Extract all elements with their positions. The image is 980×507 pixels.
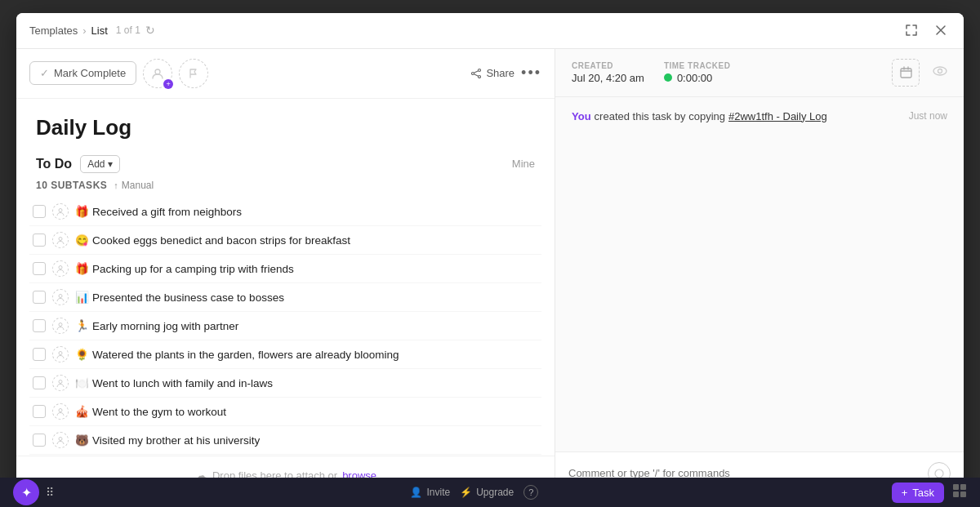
subtask-avatar: [52, 318, 69, 334]
mine-filter[interactable]: Mine: [512, 158, 535, 170]
subtask-checkbox[interactable]: [33, 205, 46, 218]
subtask-item: 🎁Packing up for a camping trip with frie…: [29, 255, 541, 283]
activity-link[interactable]: #2ww1tfh - Daily Log: [728, 110, 827, 122]
svg-rect-19: [953, 491, 959, 497]
refresh-icon[interactable]: ↻: [145, 24, 155, 37]
new-task-button[interactable]: + Task: [892, 483, 944, 503]
subtask-text[interactable]: 🎪Went to the gym to workout: [75, 405, 226, 418]
close-button[interactable]: [931, 20, 951, 40]
svg-point-2: [472, 72, 474, 74]
subtask-avatar: [52, 432, 69, 448]
sort-label: Manual: [122, 180, 154, 191]
svg-rect-18: [960, 484, 966, 490]
help-button[interactable]: ?: [523, 485, 538, 500]
task-title-area: Daily Log: [16, 99, 555, 149]
upgrade-bolt-icon: ⚡: [460, 487, 472, 498]
time-tracked-meta: TIME TRACKED 0:00:00: [664, 61, 731, 84]
subtask-checkbox[interactable]: [33, 348, 46, 361]
subtask-avatar: [52, 232, 69, 248]
grid-icon: [952, 483, 967, 498]
svg-point-11: [59, 408, 62, 411]
subtask-checkbox[interactable]: [33, 319, 46, 332]
calendar-button[interactable]: [892, 59, 920, 87]
plus-badge: +: [163, 79, 173, 89]
activity-time: Just now: [909, 110, 947, 122]
subtask-checkbox[interactable]: [33, 262, 46, 275]
expand-button[interactable]: [902, 20, 921, 40]
svg-point-10: [59, 380, 62, 383]
top-bar: Templates › List 1 of 1 ↻: [16, 13, 964, 49]
left-panel: ✓ Mark Complete +: [16, 49, 555, 495]
subtask-text[interactable]: 😋Cooked eggs benedict and bacon strips f…: [75, 233, 350, 247]
subtask-text[interactable]: 🏃Early morning jog with partner: [75, 319, 238, 332]
subtask-text[interactable]: 🍽️Went to lunch with family and in-laws: [75, 376, 273, 389]
subtask-checkbox[interactable]: [33, 376, 46, 389]
calendar-icon: [900, 66, 912, 78]
svg-point-12: [59, 437, 62, 440]
grid-handle-icon[interactable]: ⠿: [46, 486, 54, 499]
top-bar-actions: [902, 20, 951, 40]
subtask-avatar: [52, 289, 69, 305]
subtasks-count: 10 SUBTASKS: [36, 180, 107, 191]
right-panel: CREATED Jul 20, 4:20 am TIME TRACKED 0:0…: [555, 49, 964, 495]
grid-view-button[interactable]: [952, 483, 967, 501]
svg-point-14: [933, 67, 947, 75]
subtask-text[interactable]: 📊Presented the business case to bosses: [75, 291, 284, 304]
subtask-text[interactable]: 🎁Received a gift from neighbors: [75, 205, 242, 218]
svg-rect-13: [901, 69, 911, 78]
subtask-checkbox[interactable]: [33, 405, 46, 418]
share-button[interactable]: Share: [470, 67, 514, 79]
svg-point-16: [935, 469, 943, 478]
subtask-checkbox[interactable]: [33, 434, 46, 447]
watch-button[interactable]: [933, 65, 947, 80]
add-label: Add: [87, 158, 105, 170]
svg-point-4: [59, 208, 62, 211]
svg-point-6: [59, 265, 62, 269]
upgrade-button[interactable]: ⚡ Upgrade: [460, 487, 514, 498]
subtask-item: 📊Presented the business case to bosses: [29, 283, 541, 312]
time-tracked-number: 0:00:00: [677, 72, 712, 84]
subtask-item: 🏃Early morning jog with partner: [29, 312, 541, 340]
subtask-avatar: [52, 403, 69, 420]
timer-active-dot: [664, 73, 672, 82]
send-icon: [934, 469, 944, 478]
subtask-checkbox[interactable]: [33, 233, 46, 247]
breadcrumb-templates[interactable]: Templates: [29, 24, 78, 37]
expand-icon: [905, 24, 918, 37]
svg-point-15: [938, 69, 942, 73]
svg-point-9: [59, 351, 62, 354]
close-icon: [934, 24, 947, 37]
subtask-checkbox[interactable]: [33, 291, 46, 304]
section-title: To Do: [36, 157, 72, 171]
invite-button[interactable]: 👤 Invite: [410, 487, 450, 498]
assign-button[interactable]: +: [143, 59, 172, 88]
task-title[interactable]: Daily Log: [36, 115, 535, 140]
invite-person-icon: 👤: [410, 487, 422, 498]
bottom-left-actions: 👤 Invite ⚡ Upgrade ?: [410, 485, 538, 500]
subtask-avatar: [52, 346, 69, 362]
subtasks-list: 🎁Received a gift from neighbors 😋Cooked …: [16, 198, 555, 456]
more-button[interactable]: •••: [521, 64, 541, 82]
time-tracked-value: 0:00:00: [664, 72, 731, 84]
created-label: CREATED: [572, 61, 644, 70]
flag-button[interactable]: [179, 59, 208, 88]
svg-point-5: [59, 237, 62, 240]
mark-complete-button[interactable]: ✓ Mark Complete: [29, 61, 136, 85]
breadcrumb-list[interactable]: List: [91, 24, 108, 37]
svg-point-3: [479, 75, 481, 78]
subtask-text[interactable]: 🌻Watered the plants in the garden, flowe…: [75, 348, 399, 361]
subtask-text[interactable]: 🐻Visited my brother at his university: [75, 434, 260, 447]
add-button[interactable]: Add ▾: [80, 155, 119, 173]
meta-right: [892, 59, 947, 87]
created-meta: CREATED Jul 20, 4:20 am: [572, 61, 644, 84]
svg-rect-17: [953, 484, 959, 490]
manual-sort[interactable]: ↑ Manual: [114, 180, 154, 191]
upgrade-label: Upgrade: [476, 487, 514, 498]
subtask-item: 🌻Watered the plants in the garden, flowe…: [29, 340, 541, 369]
svg-point-8: [59, 322, 62, 326]
subtask-item: 🎪Went to the gym to workout: [29, 398, 541, 426]
time-tracked-label: TIME TRACKED: [664, 61, 731, 70]
subtask-text[interactable]: 🎁Packing up for a camping trip with frie…: [75, 262, 294, 275]
person-icon: [152, 68, 163, 79]
task-toolbar: ✓ Mark Complete +: [16, 49, 555, 99]
